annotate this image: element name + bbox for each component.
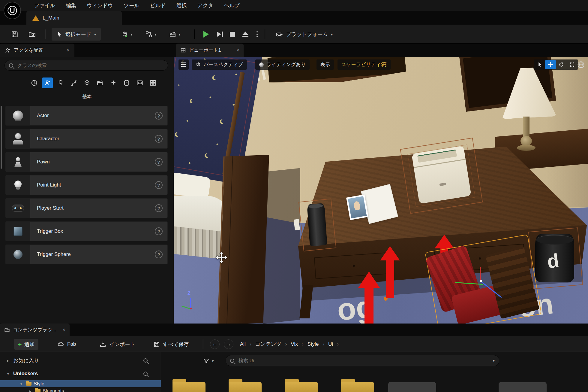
lights-category-icon[interactable] xyxy=(55,77,66,88)
breadcrumb-item[interactable]: Style xyxy=(308,341,319,347)
rotate-tool-button[interactable] xyxy=(556,60,567,69)
scene-move-widget-icon[interactable] xyxy=(215,251,228,264)
recent-category-icon[interactable] xyxy=(29,77,40,88)
menu-build[interactable]: ビルド xyxy=(145,0,171,11)
fullscreen-tool-button[interactable] xyxy=(567,60,578,69)
viewport-canvas[interactable]: oll og on xyxy=(174,57,588,324)
menu-window[interactable]: ウィンドウ xyxy=(82,0,118,11)
play-options-button[interactable] xyxy=(253,28,262,41)
help-icon[interactable]: ? xyxy=(155,181,163,189)
volumes-category-icon[interactable] xyxy=(121,77,132,88)
select-mode-dropdown[interactable]: 選択モード ▾ xyxy=(52,28,101,41)
place-actor-row-actor[interactable]: Actor ? xyxy=(5,106,168,126)
visual-effects-category-icon[interactable] xyxy=(108,77,119,88)
forward-button[interactable]: → xyxy=(224,339,233,349)
cinematic-category-icon[interactable] xyxy=(95,77,106,88)
save-button[interactable] xyxy=(8,28,22,41)
search-icon[interactable] xyxy=(143,358,148,363)
close-icon[interactable]: × xyxy=(67,47,70,53)
geometry-category-icon[interactable] xyxy=(82,77,92,88)
help-icon[interactable]: ? xyxy=(155,204,163,212)
fab-button[interactable]: Fab xyxy=(53,339,80,350)
place-actor-row-trigger-sphere[interactable]: Trigger Sphere ? xyxy=(5,245,168,264)
breadcrumb-item[interactable]: Ui xyxy=(328,341,333,347)
class-search-input[interactable] xyxy=(17,62,164,68)
stop-button[interactable] xyxy=(226,28,238,41)
frame-skip-button[interactable] xyxy=(214,28,226,41)
breadcrumb-item[interactable]: コンテンツ xyxy=(255,341,281,348)
tree-item-style[interactable]: ▾ Style xyxy=(0,380,161,387)
menu-file[interactable]: ファイル xyxy=(29,0,61,11)
tree-item-blueprints[interactable]: ▸ Blueprints xyxy=(0,387,161,392)
menu-select[interactable]: 選択 xyxy=(171,0,192,11)
asset-search-input[interactable] xyxy=(238,358,489,364)
favorites-section[interactable]: ▸ お気に入り xyxy=(0,354,161,366)
help-icon[interactable]: ? xyxy=(155,251,163,258)
tree-expanded-icon[interactable]: ▾ xyxy=(5,372,11,376)
asset-tile[interactable] xyxy=(499,382,547,392)
chevron-right-icon: › xyxy=(302,341,304,347)
show-dropdown[interactable]: 表示 xyxy=(316,59,334,70)
class-search-box xyxy=(4,60,168,71)
camera-speed-globe-icon[interactable] xyxy=(577,61,585,69)
panel-scrollbar[interactable] xyxy=(1,106,2,169)
help-icon[interactable]: ? xyxy=(155,135,163,143)
scene-collision-wireframe xyxy=(407,144,475,207)
unreal-logo-icon[interactable] xyxy=(4,2,21,19)
cinematics-button[interactable]: ▾ xyxy=(166,28,184,41)
place-actor-row-pawn[interactable]: Pawn ? xyxy=(5,152,168,172)
filter-button[interactable]: ▾ xyxy=(203,356,214,366)
asset-folder[interactable] xyxy=(229,379,262,392)
close-icon[interactable]: × xyxy=(62,327,65,333)
search-icon[interactable] xyxy=(143,372,148,376)
all-categories-icon[interactable] xyxy=(148,77,158,88)
breadcrumb-item[interactable]: All xyxy=(240,341,246,347)
import-button[interactable]: インポート xyxy=(95,339,139,350)
view-mode-dropdown[interactable]: ライティングあり xyxy=(255,59,310,70)
menu-tools[interactable]: ツール xyxy=(118,0,145,11)
tree-collapsed-icon[interactable]: ▸ xyxy=(5,358,11,363)
menu-actor[interactable]: アクタ xyxy=(192,0,219,11)
close-icon[interactable]: × xyxy=(236,47,239,53)
help-icon[interactable]: ? xyxy=(155,112,163,120)
menu-edit[interactable]: 編集 xyxy=(61,0,82,11)
perspective-dropdown[interactable]: パースペクティブ xyxy=(192,59,247,70)
help-icon[interactable]: ? xyxy=(155,158,163,166)
tree-expanded-icon[interactable]: ▾ xyxy=(19,381,24,386)
breadcrumb-item[interactable]: Vlx xyxy=(291,341,298,347)
basic-category-icon[interactable] xyxy=(42,77,53,88)
place-actor-row-character[interactable]: Character ? xyxy=(5,129,168,149)
select-tool-button[interactable] xyxy=(534,60,545,69)
save-all-button[interactable]: すべて保存 xyxy=(149,339,193,350)
place-actors-tab[interactable]: アクタを配置 × xyxy=(0,44,74,57)
viewport-tab[interactable]: ビューポート1 × xyxy=(176,44,244,57)
add-actor-button[interactable]: ▾ xyxy=(118,28,136,41)
eject-button[interactable] xyxy=(239,28,252,41)
place-actor-row-point-light[interactable]: Point Light ? xyxy=(5,175,168,195)
blueprints-button[interactable]: ▾ xyxy=(142,28,160,41)
shapes-category-icon[interactable] xyxy=(68,77,79,88)
media-category-icon[interactable] xyxy=(134,77,145,88)
source-control-browse-button[interactable] xyxy=(25,28,39,41)
help-icon[interactable]: ? xyxy=(155,227,163,235)
place-actor-row-player-start[interactable]: Player Start ? xyxy=(5,198,168,218)
scalability-button[interactable]: スケーラビリティ:高 xyxy=(338,59,391,70)
platforms-dropdown[interactable]: プラットフォーム ▾ xyxy=(271,28,337,41)
asset-folder[interactable] xyxy=(172,379,206,392)
tree-collapsed-icon[interactable]: ▸ xyxy=(28,389,33,392)
content-browser-tab[interactable]: コンテンツブラウ... × xyxy=(0,324,70,336)
viewport-options-menu-button[interactable] xyxy=(178,59,189,70)
back-button[interactable]: ← xyxy=(210,339,220,349)
gizmo-x-axis[interactable] xyxy=(480,267,481,281)
level-tab[interactable]: L_Main xyxy=(26,11,122,25)
asset-folder[interactable] xyxy=(341,379,374,392)
play-button[interactable] xyxy=(199,28,213,41)
move-tool-button[interactable] xyxy=(545,60,556,69)
asset-tile[interactable] xyxy=(388,382,436,392)
asset-folder[interactable] xyxy=(285,379,318,392)
place-actor-row-trigger-box[interactable]: Trigger Box ? xyxy=(5,221,168,241)
gizmo-center[interactable] xyxy=(480,280,482,282)
add-content-button[interactable]: + 追加 xyxy=(14,339,38,350)
unlockers-section[interactable]: ▾ Unlockers xyxy=(0,368,161,379)
menu-help[interactable]: ヘルプ xyxy=(219,0,245,11)
